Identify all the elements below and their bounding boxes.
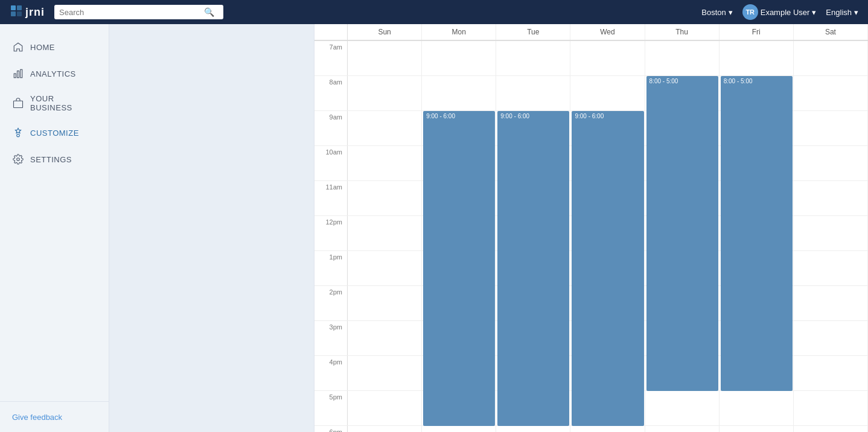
time-cell [794, 181, 868, 215]
time-cell [348, 216, 422, 250]
nav-right: Boston ▾ TR Example User ▾ English ▾ [701, 4, 858, 20]
logo-text: jrni [25, 6, 45, 19]
time-spacer [314, 24, 348, 40]
svg-rect-2 [11, 11, 16, 16]
time-label: 1pm [314, 251, 348, 285]
day-header-thu: Thu [645, 24, 720, 40]
day-header-sat: Sat [794, 24, 868, 40]
user-menu[interactable]: TR Example User ▾ [742, 4, 817, 20]
time-cell [570, 41, 645, 75]
sidebar-item-analytics[interactable]: ANALYTICS [0, 60, 109, 87]
day-header-mon: Mon [422, 24, 496, 40]
time-cell [720, 426, 794, 432]
analytics-icon [12, 68, 24, 80]
time-cell [422, 426, 496, 432]
day-header-sun: Sun [348, 24, 422, 40]
sidebar-item-analytics-label: ANALYTICS [30, 69, 76, 78]
language-label: English [826, 8, 852, 17]
time-cell [496, 41, 570, 75]
content-area: Sun Mon Tue Wed Thu Fri Sat 7am8am9am10a… [109, 24, 868, 432]
time-cell [794, 391, 868, 425]
search-input[interactable] [59, 8, 204, 17]
time-cell [720, 391, 794, 425]
sidebar-item-customize[interactable]: CUSTOMIZE [0, 119, 109, 146]
appointment-block[interactable]: 9:00 - 6:00 [497, 111, 569, 426]
day-header-tue: Tue [496, 24, 570, 40]
time-cell [794, 251, 868, 285]
time-cell [720, 41, 794, 75]
svg-rect-5 [18, 71, 19, 78]
time-cells [348, 426, 868, 432]
day-header-wed: Wed [570, 24, 645, 40]
svg-rect-0 [11, 5, 16, 10]
your-business-icon [12, 97, 24, 109]
time-cell [422, 41, 496, 75]
appointment-block[interactable]: 9:00 - 6:00 [423, 111, 495, 426]
svg-rect-4 [14, 74, 16, 78]
day-header-cells: Sun Mon Tue Wed Thu Fri Sat [348, 24, 868, 40]
appointment-block[interactable]: 9:00 - 6:00 [572, 111, 643, 426]
time-cell [794, 356, 868, 390]
time-cell [570, 426, 645, 432]
sidebar-footer: Give feedback [0, 401, 109, 432]
sidebar-item-home[interactable]: HOME [0, 34, 109, 60]
time-cell [645, 41, 720, 75]
time-label: 11am [314, 181, 348, 215]
logo[interactable]: jrni [10, 4, 45, 21]
give-feedback-link[interactable]: Give feedback [12, 413, 62, 422]
time-label: 8am [314, 76, 348, 110]
time-cells [348, 41, 868, 75]
language-arrow: ▾ [854, 8, 858, 17]
time-cell [348, 76, 422, 110]
left-panel [109, 24, 314, 432]
time-cell [794, 76, 868, 110]
time-cell [348, 146, 422, 180]
sidebar-item-settings[interactable]: SETTINGS [0, 146, 109, 173]
time-cell [422, 76, 496, 110]
logo-icon [10, 4, 23, 21]
location-arrow: ▾ [729, 8, 733, 17]
time-label: 10am [314, 146, 348, 180]
time-cell [348, 426, 422, 432]
user-name: Example User [761, 8, 810, 17]
time-cell [348, 251, 422, 285]
appointment-block[interactable]: 8:00 - 5:00 [721, 76, 793, 391]
time-cell [794, 286, 868, 320]
sidebar-item-customize-label: CUSTOMIZE [30, 129, 79, 138]
svg-rect-6 [21, 69, 22, 78]
user-arrow: ▾ [812, 8, 816, 17]
time-cell [348, 356, 422, 390]
time-label: 7am [314, 41, 348, 75]
time-cell [794, 321, 868, 355]
sidebar-item-your-business[interactable]: YOUR BUSINESS [0, 87, 109, 119]
svg-rect-7 [14, 101, 23, 107]
time-cell [794, 426, 868, 432]
calendar-area[interactable]: Sun Mon Tue Wed Thu Fri Sat 7am8am9am10a… [314, 24, 868, 432]
time-cell [570, 76, 645, 110]
time-label: 9am [314, 111, 348, 145]
customize-icon [12, 127, 24, 139]
time-label: 4pm [314, 356, 348, 390]
time-label: 6pm [314, 426, 348, 432]
time-cell [348, 286, 422, 320]
sidebar-item-your-business-label: YOUR BUSINESS [30, 94, 97, 112]
time-cell [348, 181, 422, 215]
day-header-fri: Fri [720, 24, 794, 40]
appointment-block[interactable]: 8:00 - 5:00 [646, 76, 718, 391]
search-bar[interactable]: 🔍 [54, 5, 223, 19]
sidebar-item-home-label: HOME [30, 43, 55, 52]
time-cell [496, 76, 570, 110]
settings-icon [12, 153, 24, 165]
days-header: Sun Mon Tue Wed Thu Fri Sat [314, 24, 868, 41]
home-icon [12, 41, 24, 53]
location-selector[interactable]: Boston ▾ [701, 8, 732, 17]
time-label: 5pm [314, 391, 348, 425]
time-cell [645, 391, 720, 425]
top-navigation: jrni 🔍 Boston ▾ TR Example User ▾ Englis… [0, 0, 868, 24]
time-label: 12pm [314, 216, 348, 250]
location-label: Boston [701, 8, 726, 17]
sidebar-item-settings-label: SETTINGS [30, 155, 72, 164]
time-cell [348, 321, 422, 355]
sidebar: HOME ANALYTICS YOUR BUSINESS CUSTOMIZE [0, 24, 109, 432]
language-selector[interactable]: English ▾ [826, 8, 858, 17]
